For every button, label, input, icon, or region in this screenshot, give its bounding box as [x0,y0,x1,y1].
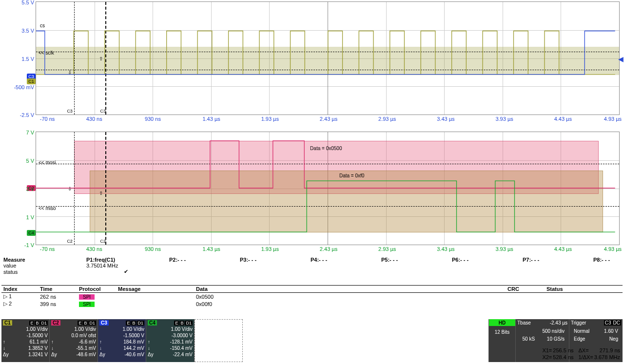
signal-label-sclk: << sclk [39,50,54,56]
cursor-readout: X1=256.5 nsΔX=271.9 ns X2=528.4 ns1/ΔX=3… [541,346,621,361]
table-row[interactable]: ▷ 2399 nsSPI0x00f0 [1,300,623,307]
decode-table[interactable]: Index Time Protocol Message Data CRC Sta… [1,285,623,307]
cursor-arrow-icon: ⇩ [68,70,72,75]
channel-box-c3[interactable]: C3EBD1 1.00 V/div-1.5000 V↑184.8 mV↓144.… [98,319,146,362]
measurement-panel: MeasureP1:freq(C1)P2:- - -P3:- - -P4:- -… [1,257,623,275]
hd-box[interactable]: HD 12 Bits [488,319,515,362]
channel-box-c1[interactable]: C1EBD1 1.00 V/div-1.5000 V↑61.1 mV↓1.385… [1,319,50,362]
cursor-arrow-icon: ⇧ [99,56,103,61]
waveform-grid-2[interactable]: Data = 0x0500 Data = 0xf0 << mosi << mis… [36,132,620,245]
channel-box-c2[interactable]: C2EBD1 1.00 V/div0.0 mV ofst↑-6.6 mV↓-55… [50,319,98,362]
histogram-slot[interactable] [195,319,243,362]
signal-label-miso: << miso [39,206,56,211]
cursor-arrow-icon: ⇧ [99,191,103,196]
signal-label-mosi: << mosi [39,160,56,165]
cursor-b-tag: C3 [100,109,106,114]
cursor-a-tag: C3 [67,109,73,114]
decode-label-2: Data = 0xf0 [339,173,364,178]
cursor-b-tag-2: C2 [100,239,106,244]
cursor-arrow-icon: ⇩ [68,186,72,192]
ch4-marker[interactable]: C4 [27,230,36,236]
signal-label-cs: cs [40,23,45,28]
ch1-marker[interactable]: C1 [27,78,36,84]
channel-box-c4[interactable]: C4EBD1 1.00 V/div-3.0000 V↑-128.1 mV↓-15… [146,319,195,362]
table-row[interactable]: ▷ 1262 nsSPI0x0500 [1,293,623,301]
cursor-a-tag-2: C2 [67,239,73,244]
trigger-level-icon[interactable]: ◀ [618,55,624,63]
decode-label-1: Data = 0x0500 [310,146,342,151]
waveform-grid-1[interactable]: cs << sclk C3 C3 ⇩ ⇧ [36,1,620,115]
